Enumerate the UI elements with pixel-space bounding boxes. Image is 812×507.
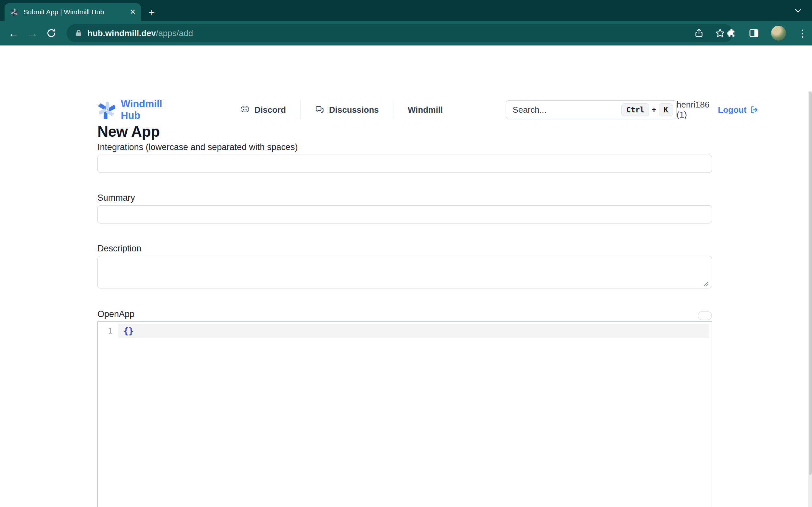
favicon-windmill-icon	[10, 7, 19, 16]
textarea-resize-handle-icon[interactable]	[702, 280, 709, 287]
code-editor[interactable]: 1 {}	[98, 322, 712, 507]
tab-search-chevron-icon[interactable]	[793, 6, 803, 15]
kbd-plus: +	[652, 106, 656, 114]
main-nav: Discord Discussions Windmill	[240, 100, 457, 119]
nav-label: Windmill	[408, 105, 443, 115]
integrations-input[interactable]	[98, 155, 712, 173]
logout-link[interactable]: Logout	[718, 105, 759, 115]
description-textarea[interactable]	[98, 256, 712, 288]
username: henri186 (1)	[677, 100, 709, 120]
brand-title: Windmill Hub	[121, 98, 162, 121]
windmill-logo-icon	[98, 101, 116, 119]
discussions-icon	[315, 105, 325, 115]
logout-label: Logout	[718, 105, 746, 115]
browser-menu-icon[interactable]: ⋮	[798, 27, 807, 39]
summary-label: Summary	[98, 193, 135, 203]
back-button[interactable]: ←	[5, 21, 23, 46]
nav-item-windmill[interactable]: Windmill	[393, 100, 457, 119]
openapp-toggle[interactable]	[698, 311, 712, 320]
line-number: 1	[108, 326, 113, 336]
site-header: Windmill Hub Discord	[98, 98, 712, 122]
share-icon[interactable]	[694, 28, 704, 38]
url-path: /apps/add	[156, 28, 193, 38]
reload-button[interactable]	[42, 21, 60, 46]
editor-code: {}	[123, 326, 133, 336]
kbd-ctrl: Ctrl	[621, 103, 649, 116]
tab-close-icon[interactable]: ✕	[130, 8, 136, 15]
browser-toolbar: ← → hub.windmill.dev/apps/add ⋮	[0, 21, 812, 46]
nav-item-discord[interactable]: Discord	[240, 100, 300, 119]
lock-icon[interactable]	[74, 29, 83, 37]
page-title: New App	[98, 123, 160, 140]
brand-link[interactable]: Windmill Hub	[98, 98, 162, 121]
nav-label: Discord	[254, 105, 286, 115]
search-input[interactable]	[513, 105, 621, 115]
bookmark-star-icon[interactable]	[715, 28, 725, 38]
side-panel-icon[interactable]	[748, 27, 759, 39]
browser-tab[interactable]: Submit App | Windmill Hub ✕	[5, 3, 141, 21]
integrations-label: Integrations (lowercase and separated wi…	[98, 142, 298, 152]
profile-avatar[interactable]	[771, 26, 786, 41]
page-scrollbar[interactable]	[808, 91, 812, 507]
forward-button[interactable]: →	[23, 21, 42, 46]
page-content: Windmill Hub Discord	[0, 46, 812, 507]
nav-item-discussions[interactable]: Discussions	[300, 100, 393, 119]
editor-gutter: 1	[98, 322, 119, 507]
logout-icon	[750, 105, 759, 114]
extensions-puzzle-icon[interactable]	[726, 28, 737, 38]
browser-tabstrip: Submit App | Windmill Hub ✕ +	[0, 0, 812, 21]
scrollbar-thumb[interactable]	[809, 92, 812, 475]
tab-title: Submit App | Windmill Hub	[23, 8, 125, 16]
discord-icon	[240, 105, 250, 115]
url-host: hub.windmill.dev	[88, 28, 156, 38]
new-tab-button[interactable]: +	[149, 6, 155, 18]
description-label: Description	[98, 243, 141, 253]
kbd-k: K	[659, 103, 673, 116]
search-box[interactable]: Ctrl + K	[506, 100, 677, 119]
address-bar[interactable]: hub.windmill.dev/apps/add	[67, 24, 733, 42]
openapp-label: OpenApp	[98, 309, 134, 319]
user-area: henri186 (1) Logout	[677, 100, 759, 120]
editor-active-line[interactable]: {}	[119, 325, 709, 337]
nav-label: Discussions	[329, 105, 379, 115]
summary-input[interactable]	[98, 205, 712, 223]
